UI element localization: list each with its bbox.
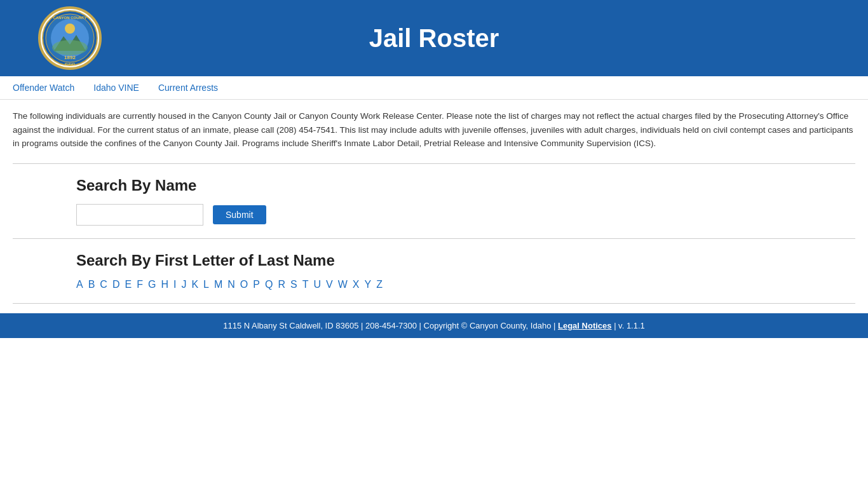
nav-bar: Offender Watch Idaho VINE Current Arrest… [0, 76, 868, 100]
alpha-link-y[interactable]: Y [364, 279, 371, 290]
search-name-title: Search By Name [76, 177, 792, 194]
search-letter-section: Search By First Letter of Last Name ABCD… [13, 252, 855, 290]
alpha-link-q[interactable]: Q [265, 279, 273, 290]
alpha-link-n[interactable]: N [227, 279, 235, 290]
page-header: 1892 CANYON COUNTY IDAHO Jail Roster [0, 0, 868, 76]
county-seal: 1892 CANYON COUNTY IDAHO [38, 6, 102, 70]
logo-container: 1892 CANYON COUNTY IDAHO [38, 6, 102, 70]
alpha-link-u[interactable]: U [313, 279, 321, 290]
divider-bot [13, 303, 855, 304]
footer-text: 1115 N Albany St Caldwell, ID 83605 | 20… [223, 321, 558, 330]
legal-notices-link[interactable]: Legal Notices [558, 321, 612, 330]
alpha-link-t[interactable]: T [302, 279, 309, 290]
alpha-link-e[interactable]: E [125, 279, 132, 290]
alpha-link-o[interactable]: O [240, 279, 248, 290]
alpha-link-i[interactable]: I [173, 279, 176, 290]
main-content: The following individuals are currently … [0, 100, 868, 313]
alpha-link-b[interactable]: B [88, 279, 95, 290]
alpha-link-l[interactable]: L [203, 279, 209, 290]
search-name-row: Submit [76, 204, 792, 226]
alpha-link-s[interactable]: S [290, 279, 297, 290]
nav-current-arrests[interactable]: Current Arrests [158, 83, 218, 93]
search-name-section: Search By Name Submit [13, 177, 855, 226]
footer-version: | v. 1.1.1 [612, 321, 645, 330]
footer: 1115 N Albany St Caldwell, ID 83605 | 20… [0, 313, 868, 338]
alpha-link-c[interactable]: C [100, 279, 107, 290]
alpha-link-z[interactable]: Z [376, 279, 383, 290]
svg-text:IDAHO: IDAHO [65, 62, 75, 66]
alpha-link-w[interactable]: W [338, 279, 348, 290]
svg-point-4 [52, 40, 88, 55]
alpha-link-k[interactable]: K [191, 279, 198, 290]
search-letter-title: Search By First Letter of Last Name [76, 252, 792, 269]
submit-button[interactable]: Submit [213, 205, 266, 224]
alpha-link-g[interactable]: G [148, 279, 156, 290]
alpha-link-r[interactable]: R [278, 279, 285, 290]
svg-point-5 [65, 24, 75, 34]
divider-mid [13, 238, 855, 239]
alpha-link-v[interactable]: V [326, 279, 333, 290]
page-title: Jail Roster [369, 24, 499, 53]
divider-top [13, 163, 855, 164]
alpha-link-j[interactable]: J [181, 279, 186, 290]
alpha-link-f[interactable]: F [137, 279, 143, 290]
svg-text:CANYON COUNTY: CANYON COUNTY [53, 16, 86, 20]
alphabet-row: ABCDEFGHIJKLMNOPQRSTUVWXYZ [76, 279, 792, 290]
alpha-link-h[interactable]: H [161, 279, 168, 290]
alpha-link-p[interactable]: P [253, 279, 260, 290]
alpha-link-m[interactable]: M [214, 279, 222, 290]
alpha-link-d[interactable]: D [112, 279, 120, 290]
alpha-link-a[interactable]: A [76, 279, 83, 290]
svg-text:1892: 1892 [64, 55, 76, 60]
nav-idaho-vine[interactable]: Idaho VINE [93, 83, 139, 93]
nav-offender-watch[interactable]: Offender Watch [13, 83, 74, 93]
name-search-input[interactable] [76, 204, 203, 226]
seal-svg: 1892 CANYON COUNTY IDAHO [41, 10, 98, 67]
description-text: The following individuals are currently … [13, 109, 855, 151]
alpha-link-x[interactable]: X [353, 279, 360, 290]
